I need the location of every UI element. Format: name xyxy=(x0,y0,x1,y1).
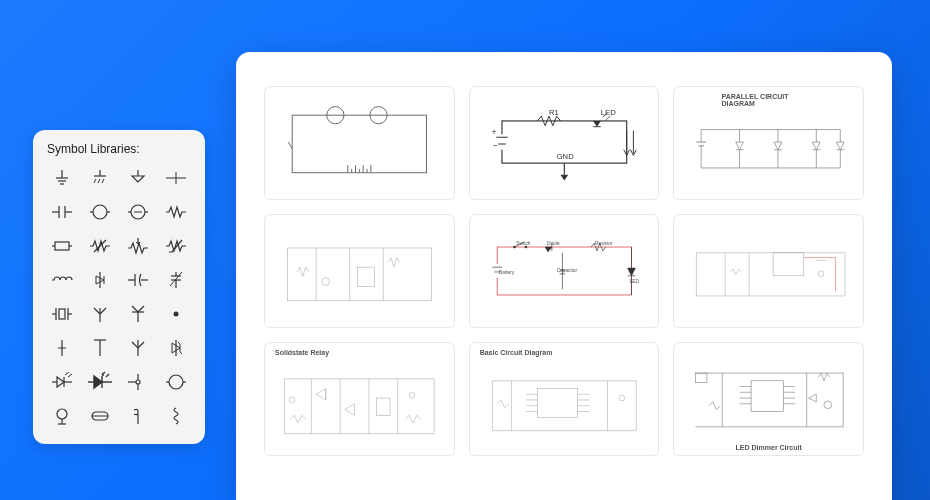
antenna-loop-icon[interactable] xyxy=(85,336,115,360)
svg-text:Capacitor: Capacitor xyxy=(556,268,577,273)
label-r1: R1 xyxy=(549,108,559,117)
potentiometer-icon[interactable] xyxy=(123,234,153,258)
template-complex-2[interactable] xyxy=(673,214,864,328)
svg-rect-24 xyxy=(55,242,69,250)
svg-text:+: + xyxy=(491,127,496,137)
template-led-dimmer[interactable]: LED Dimmer Circuit xyxy=(673,342,864,456)
svg-point-50 xyxy=(174,312,179,317)
svg-point-125 xyxy=(322,278,330,286)
svg-line-8 xyxy=(102,179,104,183)
resistor-box-icon[interactable] xyxy=(47,234,77,258)
zener-icon[interactable] xyxy=(161,336,191,360)
template-complex-1[interactable] xyxy=(264,214,455,328)
source-icon[interactable] xyxy=(123,200,153,224)
svg-rect-169 xyxy=(537,388,577,417)
svg-line-82 xyxy=(288,142,292,149)
label-gnd: GND xyxy=(556,152,573,161)
svg-point-184 xyxy=(619,395,625,401)
photodiode-icon[interactable] xyxy=(85,370,115,394)
templates-window: R1 LED +− GND PARALLEL CIRCUIT DIAGRAM xyxy=(236,52,892,500)
dot-icon[interactable] xyxy=(161,302,191,326)
capacitor-polarized-icon[interactable] xyxy=(123,268,153,292)
diode-horizontal-icon[interactable] xyxy=(47,336,77,360)
template-led-circuit[interactable]: R1 LED +− GND xyxy=(469,86,660,200)
antenna-yagi-icon[interactable] xyxy=(123,336,153,360)
variable-resistor-icon[interactable] xyxy=(85,234,115,258)
inductor-icon[interactable] xyxy=(47,268,77,292)
svg-text:Diode: Diode xyxy=(547,241,560,246)
svg-text:Battery: Battery xyxy=(499,270,515,275)
svg-text:−: − xyxy=(492,140,497,150)
svg-rect-185 xyxy=(751,381,784,412)
templates-grid: R1 LED +− GND PARALLEL CIRCUIT DIAGRAM xyxy=(264,86,864,456)
svg-line-45 xyxy=(100,308,106,314)
diode-icon[interactable] xyxy=(85,268,115,292)
svg-line-47 xyxy=(132,306,138,312)
svg-point-70 xyxy=(169,375,183,389)
motor-icon[interactable] xyxy=(47,404,77,428)
symbol-panel-title: Symbol Libraries: xyxy=(47,142,191,156)
template-title: LED Dimmer Circuit xyxy=(736,444,802,451)
relay-icon[interactable] xyxy=(123,404,153,428)
svg-point-66 xyxy=(136,380,140,384)
svg-point-135 xyxy=(525,246,527,248)
svg-rect-79 xyxy=(292,115,426,173)
antenna-dipole-icon[interactable] xyxy=(123,302,153,326)
ground-earth-icon[interactable] xyxy=(85,166,115,190)
template-labeled-circuit[interactable]: Switch Diode Resistor Battery Capacitor … xyxy=(469,214,660,328)
svg-line-48 xyxy=(138,306,144,312)
svg-rect-168 xyxy=(377,398,390,415)
variable-capacitor-icon[interactable] xyxy=(161,268,191,292)
ground-chassis-icon[interactable] xyxy=(123,166,153,190)
capacitor-icon[interactable] xyxy=(47,200,77,224)
svg-point-167 xyxy=(409,392,415,398)
ground-signal-icon[interactable] xyxy=(47,166,77,190)
svg-line-6 xyxy=(94,179,96,183)
node-icon[interactable] xyxy=(161,166,191,190)
ammeter-icon[interactable] xyxy=(85,200,115,224)
svg-rect-40 xyxy=(59,309,65,319)
symbol-grid xyxy=(47,166,191,428)
svg-point-16 xyxy=(93,205,107,219)
svg-line-62 xyxy=(68,374,72,377)
label-led: LED xyxy=(600,108,615,117)
svg-text:Resistor: Resistor xyxy=(595,241,613,246)
symbol-libraries-panel: Symbol Libraries: xyxy=(33,130,205,444)
svg-point-134 xyxy=(513,246,515,248)
svg-point-166 xyxy=(289,397,295,403)
svg-rect-120 xyxy=(287,248,431,301)
template-title: Basic Circuit Diagram xyxy=(480,349,553,356)
coil-icon[interactable] xyxy=(161,404,191,428)
svg-point-200 xyxy=(824,401,832,409)
led-icon[interactable] xyxy=(47,370,77,394)
antenna-icon[interactable] xyxy=(85,302,115,326)
svg-line-44 xyxy=(94,308,100,314)
template-simple-circuit[interactable] xyxy=(264,86,455,200)
svg-point-153 xyxy=(819,271,825,277)
thermistor-icon[interactable] xyxy=(161,234,191,258)
crystal-icon[interactable] xyxy=(47,302,77,326)
template-parallel-circuit[interactable]: PARALLEL CIRCUIT DIAGRAM xyxy=(673,86,864,200)
svg-rect-146 xyxy=(773,253,804,276)
resistor-icon[interactable] xyxy=(161,200,191,224)
svg-line-61 xyxy=(65,372,69,375)
svg-line-7 xyxy=(98,179,100,183)
template-title: PARALLEL CIRCUIT DIAGRAM xyxy=(721,93,815,107)
svg-point-73 xyxy=(57,409,67,419)
svg-rect-194 xyxy=(696,373,708,383)
fuse-icon[interactable] xyxy=(85,404,115,428)
svg-rect-124 xyxy=(357,267,374,286)
transistor-icon[interactable] xyxy=(123,370,153,394)
lamp-icon[interactable] xyxy=(161,370,191,394)
svg-text:LED: LED xyxy=(629,279,639,284)
template-basic-circuit[interactable]: Basic Circuit Diagram xyxy=(469,342,660,456)
template-title: Solidstate Relay xyxy=(275,349,329,356)
template-solidstate-relay[interactable]: Solidstate Relay xyxy=(264,342,455,456)
